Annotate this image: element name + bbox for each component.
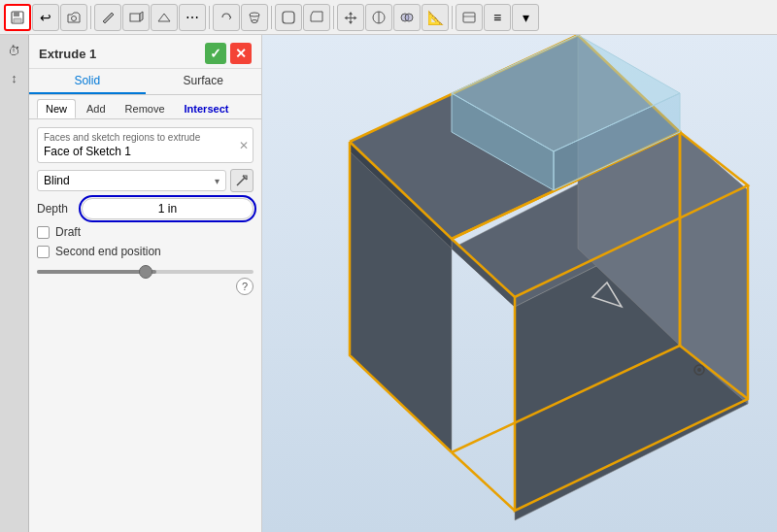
3d-shape-svg <box>262 35 777 532</box>
subtab-remove[interactable]: Remove <box>117 99 174 118</box>
panel-title: Extrude 1 <box>39 47 96 61</box>
slider-track[interactable] <box>37 270 253 274</box>
face-input-clear[interactable]: ✕ <box>239 139 249 152</box>
undo-button[interactable]: ↩ <box>32 4 59 31</box>
ok-button[interactable]: ✓ <box>205 43 226 64</box>
left-sidebar: ⏱ ↕ <box>0 35 29 532</box>
depth-row: Depth 1 in <box>37 198 253 219</box>
fillet-button[interactable] <box>275 4 302 31</box>
svg-marker-10 <box>311 12 322 21</box>
shape2-button[interactable] <box>151 4 178 31</box>
tab-solid[interactable]: Solid <box>29 69 146 94</box>
save-button[interactable] <box>4 4 31 31</box>
direction-row: Blind ▾ <box>37 169 253 192</box>
extra3-button[interactable]: ▾ <box>512 4 539 31</box>
combine-button[interactable] <box>393 4 421 31</box>
help-row: ? <box>29 278 261 299</box>
panel-header-buttons: ✓ ✕ <box>205 43 252 64</box>
toolbar-group-main: ↩ ⋯ <box>4 4 539 31</box>
panel-content: Faces and sketch regions to extrude Face… <box>29 119 261 266</box>
extra1-button[interactable] <box>456 4 483 31</box>
face-input-value: Face of Sketch 1 <box>44 145 131 158</box>
direction-arrow-icon: ▾ <box>215 176 220 186</box>
slider-row <box>29 266 261 278</box>
face-input-group[interactable]: Faces and sketch regions to extrude Face… <box>37 127 253 163</box>
second-end-checkbox[interactable] <box>37 246 50 258</box>
chamfer-button[interactable] <box>303 4 330 31</box>
face-input-label: Faces and sketch regions to extrude <box>44 132 247 143</box>
depth-label: Depth <box>37 202 76 216</box>
dots-button[interactable]: ⋯ <box>179 4 206 31</box>
extra2-button[interactable]: ≡ <box>484 4 511 31</box>
svg-point-5 <box>250 13 259 17</box>
tab-surface[interactable]: Surface <box>146 69 262 94</box>
measure-button[interactable]: 📐 <box>422 4 449 31</box>
extrude-panel: Extrude 1 ✓ ✕ Solid Surface New Add Remo… <box>29 35 262 532</box>
shape1-button[interactable] <box>122 4 150 31</box>
svg-point-6 <box>252 19 257 22</box>
slider-thumb[interactable] <box>139 265 152 279</box>
subtab-intersect[interactable]: Intersect <box>176 99 238 118</box>
svg-rect-1 <box>14 12 19 17</box>
svg-rect-2 <box>14 18 21 23</box>
svg-point-14 <box>405 14 413 21</box>
panel-header: Extrude 1 ✓ ✕ <box>29 35 261 69</box>
subtab-new[interactable]: New <box>37 99 76 118</box>
help-button[interactable]: ? <box>236 278 253 295</box>
arrow-icon[interactable]: ↕ <box>3 66 26 89</box>
sketch-button[interactable] <box>94 4 121 31</box>
svg-rect-4 <box>130 14 140 21</box>
main-area: ⏱ ↕ Extrude 1 ✓ ✕ Solid Surface New Add … <box>0 35 777 532</box>
draft-row: Draft <box>37 225 253 239</box>
cancel-button[interactable]: ✕ <box>230 43 252 64</box>
direction-icon-button[interactable] <box>230 169 253 192</box>
point-marker-inner <box>697 368 701 372</box>
draft-checkbox[interactable] <box>37 226 50 239</box>
svg-rect-9 <box>283 12 294 23</box>
split-button[interactable] <box>365 4 392 31</box>
loft-button[interactable] <box>241 4 268 31</box>
revolve-button[interactable] <box>213 4 240 31</box>
depth-input[interactable]: 1 in <box>82 198 253 219</box>
panel-tabs: Solid Surface <box>29 69 261 95</box>
depth-value: 1 in <box>158 202 177 216</box>
clock-icon[interactable]: ⏱ <box>3 39 26 62</box>
second-end-label: Second end position <box>55 245 161 258</box>
toolbar: ↩ ⋯ <box>0 0 777 35</box>
panel-subtabs: New Add Remove Intersect <box>29 95 261 119</box>
second-end-row: Second end position <box>37 245 253 258</box>
direction-label: Blind <box>44 174 70 187</box>
svg-rect-15 <box>463 13 475 22</box>
draft-label: Draft <box>55 225 81 239</box>
subtab-add[interactable]: Add <box>78 99 115 118</box>
3d-viewport[interactable] <box>262 35 777 532</box>
move-button[interactable] <box>337 4 364 31</box>
camera-button[interactable] <box>60 4 87 31</box>
svg-point-3 <box>72 16 77 20</box>
direction-select[interactable]: Blind ▾ <box>37 170 226 191</box>
